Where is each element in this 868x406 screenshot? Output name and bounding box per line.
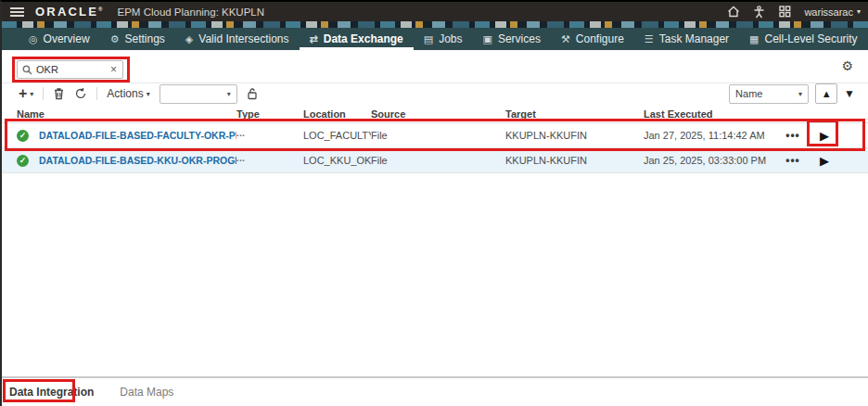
column-header-last-executed[interactable]: Last Executed — [644, 108, 779, 120]
column-header-name[interactable]: Name — [17, 108, 236, 120]
gear-icon: ⚙ — [110, 33, 120, 45]
menu-icon[interactable] — [10, 7, 24, 17]
column-header-location[interactable]: Location — [303, 108, 371, 120]
run-integration-button[interactable]: ▶ — [807, 154, 842, 168]
cell-source: File — [371, 155, 505, 166]
tab-valid-intersections[interactable]: ◈Valid Intersections — [175, 28, 300, 50]
chevron-down-icon: ▾ — [30, 90, 33, 98]
cell-location: LOC_KKU_OKR_PROG — [303, 155, 371, 166]
column-header-target[interactable]: Target — [505, 108, 644, 120]
top-bar: ORACLE® EPM Cloud Planning: KKUPLN waris… — [2, 2, 868, 21]
tab-settings[interactable]: ⚙Settings — [100, 28, 175, 50]
tab-task-manager[interactable]: ☰Task Manager — [634, 28, 739, 50]
cell-target: KKUPLN-KKUFIN — [505, 130, 644, 141]
integration-name-link[interactable]: DATALOAD-FILE-BASED-KKU-OKR-PROGRESS — [39, 155, 236, 166]
integration-name-link[interactable]: DATALOAD-FILE-BASED-FACULTY-OKR-PROGRESS — [39, 130, 236, 141]
column-header-source[interactable]: Source — [371, 108, 505, 120]
registered-mark: ® — [98, 6, 102, 12]
table-row[interactable]: ✓ DATALOAD-FILE-BASED-KKU-OKR-PROGRESS ▪… — [2, 148, 868, 173]
filter-dropdown[interactable]: ▾ — [160, 84, 237, 104]
accessibility-icon[interactable] — [752, 5, 766, 19]
lock-button[interactable] — [247, 87, 258, 100]
user-menu[interactable]: warissarac ▾ — [804, 6, 861, 18]
chevron-down-icon: ▾ — [798, 90, 802, 98]
run-integration-button[interactable]: ▶ — [807, 129, 842, 143]
chevron-down-icon: ▾ — [147, 90, 150, 98]
exchange-arrows-icon: ⇄ — [310, 33, 318, 45]
integration-type-icon: ▪▪▪ — [236, 133, 303, 138]
overview-icon: ◎ — [29, 33, 38, 45]
integration-type-icon: ▪▪▪ — [236, 158, 303, 163]
table-row[interactable]: ✓ DATALOAD-FILE-BASED-FACULTY-OKR-PROGRE… — [2, 123, 868, 148]
create-integration-button[interactable]: + ▾ — [19, 86, 33, 101]
page-settings-gear-icon[interactable]: ⚙ — [841, 59, 853, 72]
refresh-icon — [74, 87, 87, 100]
divider — [96, 87, 97, 100]
cell-target: KKUPLN-KKUFIN — [505, 155, 644, 166]
tab-data-maps[interactable]: Data Maps — [107, 386, 186, 399]
checklist-icon: ☰ — [645, 33, 654, 45]
column-header-type[interactable]: Type — [236, 108, 303, 120]
tab-overview[interactable]: ◎Overview — [19, 28, 100, 50]
user-name: warissarac — [804, 6, 853, 18]
main-navigation: ◎Overview ⚙Settings ◈Valid Intersections… — [2, 28, 868, 50]
tools-icon: ⚒ — [561, 33, 570, 45]
tab-data-exchange[interactable]: ⇄Data Exchange — [300, 28, 414, 50]
services-box-icon: ▣ — [483, 33, 492, 45]
search-input[interactable] — [32, 64, 110, 75]
success-check-icon: ✓ — [17, 130, 29, 142]
tab-services[interactable]: ▣Services — [473, 28, 551, 50]
success-check-icon: ✓ — [17, 155, 29, 167]
integration-toolbar: + ▾ Actions ▾ ▾ Name ▾ ▲ ▼ — [2, 83, 868, 104]
more-actions-icon[interactable]: ••• — [779, 129, 807, 142]
cell-source: File — [371, 130, 505, 141]
footer-tab-bar: Data Integration Data Maps — [2, 378, 868, 406]
sort-descending-button[interactable]: ▼ — [844, 87, 855, 100]
refresh-button[interactable] — [74, 87, 87, 100]
intersections-icon: ◈ — [185, 33, 193, 45]
tab-cell-level-security[interactable]: ▦Cell-Level Security — [739, 28, 867, 50]
divider — [43, 87, 44, 100]
unlock-icon — [247, 87, 258, 100]
oracle-logo: ORACLE® — [35, 5, 103, 19]
sort-field-dropdown[interactable]: Name ▾ — [729, 84, 809, 104]
clear-search-icon[interactable]: × — [110, 64, 117, 75]
tab-jobs[interactable]: ▤Jobs — [414, 28, 473, 50]
trash-icon — [53, 87, 65, 100]
more-actions-icon[interactable]: ••• — [779, 154, 807, 167]
app-title: EPM Cloud Planning: KKUPLN — [118, 6, 265, 18]
search-box[interactable]: × — [17, 60, 123, 79]
actions-menu-button[interactable]: Actions ▾ — [107, 87, 149, 100]
chevron-down-icon: ▾ — [857, 7, 861, 16]
cell-last-executed: Jan 25, 2025, 03:33:00 PM — [644, 155, 779, 166]
chevron-down-icon: ▾ — [227, 90, 231, 98]
delete-button[interactable] — [53, 87, 65, 100]
grid-lock-icon: ▦ — [749, 33, 759, 45]
search-icon — [22, 65, 32, 75]
tab-configure[interactable]: ⚒Configure — [551, 28, 634, 50]
sort-ascending-button[interactable]: ▲ — [815, 83, 837, 104]
cell-location: LOC_FACULTY_OKR_PR... — [303, 130, 371, 141]
cell-last-executed: Jan 27, 2025, 11:14:42 AM — [644, 130, 779, 141]
home-icon[interactable] — [726, 5, 740, 19]
app-grid-icon[interactable] — [778, 5, 792, 19]
tab-data-integration[interactable]: Data Integration — [2, 386, 107, 399]
clipboard-icon: ▤ — [424, 33, 433, 45]
table-header: Name Type Location Source Target Last Ex… — [2, 105, 868, 123]
background-banner — [2, 21, 868, 28]
